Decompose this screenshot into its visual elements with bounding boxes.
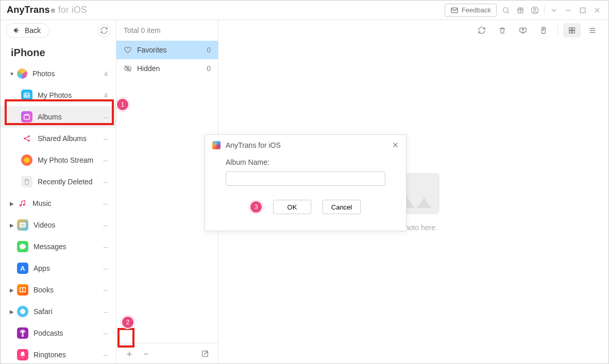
messages-icon bbox=[17, 241, 28, 252]
category-tree: ▼ Photos 4 My Photos 4 Albums -- bbox=[1, 63, 116, 363]
expand-icon: ▶ bbox=[7, 309, 17, 315]
sidebar-item-label: Albums bbox=[38, 113, 103, 121]
sidebar-item-count: -- bbox=[103, 265, 108, 272]
sidebar-item-label: Messages bbox=[33, 242, 103, 251]
svg-rect-22 bbox=[572, 31, 575, 33]
apps-icon: A bbox=[17, 263, 28, 274]
to-computer-button[interactable] bbox=[514, 23, 532, 38]
new-album-dialog: AnyTrans for iOS ✕ Album Name: 3 OK Canc… bbox=[205, 134, 407, 231]
sidebar-item-count: -- bbox=[103, 308, 108, 316]
sidebar-item-label: My Photos bbox=[38, 91, 104, 99]
album-row-count: 0 bbox=[207, 64, 211, 73]
svg-rect-19 bbox=[569, 28, 572, 30]
sidebar-item-label: Books bbox=[33, 286, 103, 294]
eye-off-icon bbox=[124, 64, 132, 73]
sidebar-item-label: Podcasts bbox=[33, 329, 103, 337]
expand-icon: ▼ bbox=[7, 71, 17, 77]
feedback-label: Feedback bbox=[462, 6, 491, 14]
album-name-input[interactable] bbox=[226, 171, 385, 186]
svg-rect-4 bbox=[580, 8, 585, 12]
bell-icon bbox=[17, 349, 28, 360]
sidebar-item-count: -- bbox=[103, 135, 108, 143]
sidebar-item-videos[interactable]: ▶ Videos -- bbox=[1, 214, 116, 236]
sidebar-item-label: Photos bbox=[32, 70, 104, 78]
sidebar-item-shared-albums[interactable]: Shared Albums -- bbox=[1, 128, 116, 149]
ok-button[interactable]: OK bbox=[273, 200, 311, 214]
sidebar-item-label: Apps bbox=[33, 264, 103, 272]
user-icon[interactable] bbox=[530, 5, 540, 15]
sidebar-refresh-button[interactable] bbox=[97, 24, 111, 37]
trash-icon bbox=[21, 176, 32, 187]
brand-name: AnyTrans bbox=[7, 5, 50, 15]
sidebar-item-count: -- bbox=[103, 178, 108, 186]
album-row-favorites[interactable]: Favorites 0 bbox=[116, 41, 218, 59]
sidebar-item-count: -- bbox=[103, 330, 108, 337]
svg-point-10 bbox=[28, 140, 30, 142]
step-badge-1: 1 bbox=[117, 99, 128, 110]
album-row-label: Favorites bbox=[137, 46, 201, 54]
sidebar-item-photos[interactable]: ▼ Photos 4 bbox=[1, 63, 116, 84]
sidebar-item-count: -- bbox=[103, 286, 108, 294]
sidebar-item-count: -- bbox=[103, 351, 108, 359]
sidebar-item-label: Shared Albums bbox=[38, 134, 103, 143]
maximize-icon[interactable] bbox=[578, 5, 588, 15]
album-row-label: Hidden bbox=[137, 64, 201, 73]
sidebar-item-label: Recently Deleted bbox=[38, 178, 103, 186]
album-row-hidden[interactable]: Hidden 0 bbox=[116, 59, 218, 78]
sidebar: Back iPhone ▼ Photos 4 My Photos 4 bbox=[1, 20, 116, 363]
item-count-summary: Total 0 item bbox=[116, 20, 218, 41]
svg-point-3 bbox=[534, 8, 536, 10]
step-badge-3: 3 bbox=[250, 201, 262, 213]
video-icon bbox=[17, 219, 28, 231]
add-album-button[interactable]: ＋ bbox=[124, 348, 135, 359]
search-icon[interactable] bbox=[501, 5, 511, 15]
delete-button[interactable] bbox=[494, 23, 511, 38]
list-view-button[interactable] bbox=[584, 23, 601, 38]
step-badge-2: 2 bbox=[122, 317, 133, 328]
sidebar-item-count: -- bbox=[103, 243, 108, 251]
feedback-button[interactable]: Feedback bbox=[445, 4, 497, 17]
sidebar-item-ringtones[interactable]: ▶ Ringtones -- bbox=[1, 344, 116, 363]
cancel-button[interactable]: Cancel bbox=[323, 200, 361, 214]
sidebar-item-label: Safari bbox=[33, 307, 103, 316]
to-device-button[interactable] bbox=[535, 23, 552, 38]
back-button[interactable]: Back bbox=[6, 23, 49, 38]
svg-rect-13 bbox=[20, 223, 26, 227]
sidebar-item-podcasts[interactable]: ▶ Podcasts -- bbox=[1, 322, 116, 344]
sidebar-item-photo-stream[interactable]: My Photo Stream -- bbox=[1, 149, 116, 171]
remove-album-button[interactable]: － bbox=[140, 348, 151, 359]
sidebar-item-count: -- bbox=[103, 157, 108, 164]
minimize-icon[interactable] bbox=[563, 5, 573, 15]
dialog-close-button[interactable]: ✕ bbox=[392, 141, 399, 150]
sidebar-item-albums[interactable]: Albums -- bbox=[1, 106, 116, 128]
svg-rect-7 bbox=[24, 115, 30, 119]
separator bbox=[544, 6, 545, 15]
edit-album-button[interactable] bbox=[199, 348, 211, 359]
album-list-panel: Total 0 item Favorites 0 Hidden 0 ＋ － bbox=[116, 20, 218, 363]
refresh-button[interactable] bbox=[473, 23, 490, 38]
share-icon bbox=[21, 134, 32, 143]
heart-icon bbox=[124, 46, 132, 54]
gift-icon[interactable] bbox=[515, 5, 526, 15]
grid-view-button[interactable] bbox=[563, 23, 581, 38]
photos-icon bbox=[17, 68, 27, 79]
album-icon bbox=[21, 111, 32, 123]
sidebar-item-my-photos[interactable]: My Photos 4 bbox=[1, 84, 116, 106]
close-icon[interactable] bbox=[592, 5, 602, 15]
sidebar-item-messages[interactable]: ▶ Messages -- bbox=[1, 236, 116, 257]
svg-point-8 bbox=[24, 137, 26, 140]
sidebar-item-books[interactable]: ▶ Books -- bbox=[1, 279, 116, 301]
sidebar-item-apps[interactable]: ▶ A Apps -- bbox=[1, 257, 116, 279]
sidebar-item-count: -- bbox=[103, 200, 108, 207]
sidebar-item-label: Ringtones bbox=[33, 351, 103, 359]
mail-icon bbox=[450, 6, 459, 14]
app-logo-icon bbox=[212, 141, 221, 149]
brand-suffix: for iOS bbox=[58, 5, 87, 15]
sidebar-item-recently-deleted[interactable]: Recently Deleted -- bbox=[1, 171, 116, 193]
sidebar-item-music[interactable]: ▶ Music -- bbox=[1, 193, 116, 214]
chevron-down-icon[interactable] bbox=[549, 5, 559, 15]
svg-rect-21 bbox=[569, 31, 572, 33]
sidebar-item-safari[interactable]: ▶ Safari -- bbox=[1, 301, 116, 322]
podcasts-icon bbox=[17, 327, 28, 339]
dialog-title: AnyTrans for iOS bbox=[226, 141, 281, 149]
